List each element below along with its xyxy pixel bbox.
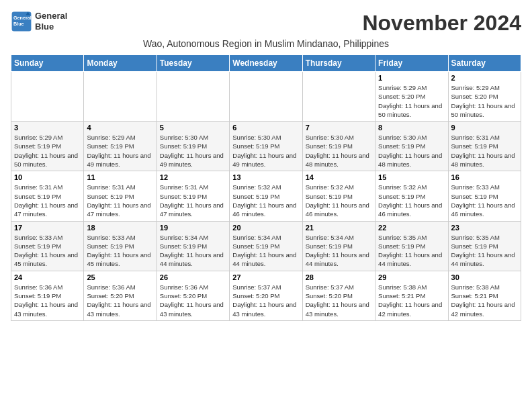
day-info: Sunrise: 5:36 AM Sunset: 5:19 PM Dayligh… (14, 283, 81, 318)
day-info: Sunrise: 5:30 AM Sunset: 5:19 PM Dayligh… (232, 133, 299, 169)
weekday-header-monday: Monday (84, 55, 157, 72)
day-info: Sunrise: 5:36 AM Sunset: 5:20 PM Dayligh… (160, 283, 226, 318)
day-info: Sunrise: 5:30 AM Sunset: 5:19 PM Dayligh… (306, 133, 372, 169)
week-row-2: 3Sunrise: 5:29 AM Sunset: 5:19 PM Daylig… (11, 122, 521, 171)
day-info: Sunrise: 5:38 AM Sunset: 5:21 PM Dayligh… (451, 283, 518, 318)
calendar-cell (11, 72, 84, 122)
day-number: 9 (451, 124, 518, 132)
calendar-cell: 14Sunrise: 5:32 AM Sunset: 5:19 PM Dayli… (302, 171, 375, 221)
calendar-cell: 26Sunrise: 5:36 AM Sunset: 5:20 PM Dayli… (157, 271, 229, 320)
week-row-4: 17Sunrise: 5:33 AM Sunset: 5:19 PM Dayli… (11, 221, 521, 271)
day-info: Sunrise: 5:31 AM Sunset: 5:19 PM Dayligh… (160, 183, 226, 218)
day-number: 3 (14, 124, 81, 132)
day-number: 23 (451, 224, 518, 232)
day-number: 18 (87, 224, 153, 232)
calendar-cell: 11Sunrise: 5:31 AM Sunset: 5:19 PM Dayli… (84, 171, 157, 221)
day-info: Sunrise: 5:29 AM Sunset: 5:19 PM Dayligh… (14, 133, 81, 169)
day-info: Sunrise: 5:29 AM Sunset: 5:20 PM Dayligh… (378, 83, 445, 119)
calendar-cell: 29Sunrise: 5:38 AM Sunset: 5:21 PM Dayli… (375, 271, 448, 320)
calendar-cell (84, 72, 157, 122)
weekday-header-wednesday: Wednesday (230, 55, 302, 72)
day-number: 16 (451, 173, 518, 181)
calendar-cell: 3Sunrise: 5:29 AM Sunset: 5:19 PM Daylig… (11, 122, 84, 171)
day-number: 17 (14, 224, 81, 232)
day-info: Sunrise: 5:32 AM Sunset: 5:19 PM Dayligh… (306, 183, 372, 218)
subtitle: Wao, Autonomous Region in Muslim Mindana… (11, 38, 521, 49)
day-info: Sunrise: 5:31 AM Sunset: 5:19 PM Dayligh… (451, 133, 518, 169)
day-number: 1 (378, 74, 445, 82)
calendar-cell: 20Sunrise: 5:34 AM Sunset: 5:19 PM Dayli… (230, 221, 302, 271)
weekday-header-friday: Friday (375, 55, 448, 72)
day-number: 4 (87, 124, 153, 132)
day-info: Sunrise: 5:33 AM Sunset: 5:19 PM Dayligh… (451, 183, 518, 218)
weekday-header-sunday: Sunday (11, 55, 84, 72)
header: General Blue General Blue November 2024 (11, 11, 521, 36)
day-number: 20 (232, 224, 299, 232)
logo: General Blue General Blue (11, 11, 67, 32)
day-info: Sunrise: 5:35 AM Sunset: 5:19 PM Dayligh… (378, 233, 445, 269)
calendar: SundayMondayTuesdayWednesdayThursdayFrid… (11, 54, 521, 321)
day-info: Sunrise: 5:33 AM Sunset: 5:19 PM Dayligh… (87, 233, 153, 269)
day-number: 27 (232, 273, 299, 281)
calendar-cell: 17Sunrise: 5:33 AM Sunset: 5:19 PM Dayli… (11, 221, 84, 271)
day-number: 24 (14, 273, 81, 281)
calendar-cell: 22Sunrise: 5:35 AM Sunset: 5:19 PM Dayli… (375, 221, 448, 271)
day-number: 19 (160, 224, 226, 232)
day-number: 5 (160, 124, 226, 132)
calendar-cell: 16Sunrise: 5:33 AM Sunset: 5:19 PM Dayli… (448, 171, 521, 221)
calendar-cell: 23Sunrise: 5:35 AM Sunset: 5:19 PM Dayli… (448, 221, 521, 271)
day-info: Sunrise: 5:37 AM Sunset: 5:20 PM Dayligh… (306, 283, 372, 318)
calendar-cell: 28Sunrise: 5:37 AM Sunset: 5:20 PM Dayli… (302, 271, 375, 320)
day-number: 26 (160, 273, 226, 281)
weekday-header-row: SundayMondayTuesdayWednesdayThursdayFrid… (11, 55, 521, 72)
day-number: 6 (232, 124, 299, 132)
day-number: 2 (451, 74, 518, 82)
day-info: Sunrise: 5:37 AM Sunset: 5:20 PM Dayligh… (232, 283, 299, 318)
week-row-5: 24Sunrise: 5:36 AM Sunset: 5:19 PM Dayli… (11, 271, 521, 320)
day-info: Sunrise: 5:31 AM Sunset: 5:19 PM Dayligh… (14, 183, 81, 218)
day-info: Sunrise: 5:31 AM Sunset: 5:19 PM Dayligh… (87, 183, 153, 218)
weekday-header-saturday: Saturday (448, 55, 521, 72)
day-info: Sunrise: 5:35 AM Sunset: 5:19 PM Dayligh… (451, 233, 518, 269)
calendar-cell: 5Sunrise: 5:30 AM Sunset: 5:19 PM Daylig… (157, 122, 229, 171)
day-number: 12 (160, 173, 226, 181)
calendar-cell: 12Sunrise: 5:31 AM Sunset: 5:19 PM Dayli… (157, 171, 229, 221)
weekday-header-tuesday: Tuesday (157, 55, 229, 72)
calendar-cell: 27Sunrise: 5:37 AM Sunset: 5:20 PM Dayli… (230, 271, 302, 320)
calendar-cell: 15Sunrise: 5:32 AM Sunset: 5:19 PM Dayli… (375, 171, 448, 221)
day-info: Sunrise: 5:29 AM Sunset: 5:19 PM Dayligh… (87, 133, 153, 169)
calendar-cell: 8Sunrise: 5:30 AM Sunset: 5:19 PM Daylig… (375, 122, 448, 171)
week-row-3: 10Sunrise: 5:31 AM Sunset: 5:19 PM Dayli… (11, 171, 521, 221)
day-info: Sunrise: 5:30 AM Sunset: 5:19 PM Dayligh… (160, 133, 226, 169)
calendar-cell: 4Sunrise: 5:29 AM Sunset: 5:19 PM Daylig… (84, 122, 157, 171)
weekday-header-thursday: Thursday (302, 55, 375, 72)
day-number: 15 (378, 173, 445, 181)
calendar-cell: 30Sunrise: 5:38 AM Sunset: 5:21 PM Dayli… (448, 271, 521, 320)
calendar-cell: 7Sunrise: 5:30 AM Sunset: 5:19 PM Daylig… (302, 122, 375, 171)
month-title: November 2024 (362, 11, 521, 36)
calendar-cell: 18Sunrise: 5:33 AM Sunset: 5:19 PM Dayli… (84, 221, 157, 271)
day-number: 28 (306, 273, 372, 281)
calendar-cell: 1Sunrise: 5:29 AM Sunset: 5:20 PM Daylig… (375, 72, 448, 122)
day-info: Sunrise: 5:34 AM Sunset: 5:19 PM Dayligh… (306, 233, 372, 269)
day-info: Sunrise: 5:32 AM Sunset: 5:19 PM Dayligh… (232, 183, 299, 218)
calendar-cell: 2Sunrise: 5:29 AM Sunset: 5:20 PM Daylig… (448, 72, 521, 122)
day-number: 25 (87, 273, 153, 281)
day-info: Sunrise: 5:33 AM Sunset: 5:19 PM Dayligh… (14, 233, 81, 269)
day-number: 29 (378, 273, 445, 281)
day-number: 13 (232, 173, 299, 181)
day-number: 8 (378, 124, 445, 132)
calendar-cell: 10Sunrise: 5:31 AM Sunset: 5:19 PM Dayli… (11, 171, 84, 221)
day-info: Sunrise: 5:34 AM Sunset: 5:19 PM Dayligh… (232, 233, 299, 269)
day-number: 7 (306, 124, 372, 132)
day-number: 14 (306, 173, 372, 181)
day-number: 10 (14, 173, 81, 181)
calendar-cell (230, 72, 302, 122)
day-number: 11 (87, 173, 153, 181)
day-number: 21 (306, 224, 372, 232)
logo-text2: Blue (35, 21, 67, 32)
day-number: 30 (451, 273, 518, 281)
logo-text: General (35, 11, 67, 21)
calendar-cell: 19Sunrise: 5:34 AM Sunset: 5:19 PM Dayli… (157, 221, 229, 271)
calendar-cell: 21Sunrise: 5:34 AM Sunset: 5:19 PM Dayli… (302, 221, 375, 271)
